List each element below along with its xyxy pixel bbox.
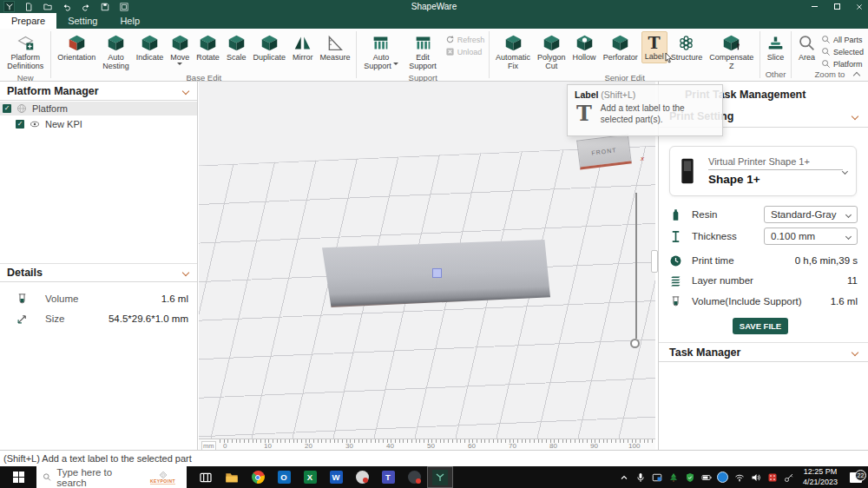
auto-nesting-button[interactable]: Auto Nesting — [99, 31, 133, 73]
polygon-cut-button[interactable]: Polygon Cut — [534, 31, 569, 73]
tray-expand-button[interactable] — [615, 472, 632, 483]
view-cube[interactable]: FRONT — [576, 134, 632, 169]
tab-setting[interactable]: Setting — [56, 13, 108, 29]
printer-card[interactable]: Virtual Printer Shape 1+ Shape 1+ — [669, 146, 857, 196]
word-button[interactable]: W — [323, 466, 349, 488]
scale-button[interactable]: Scale — [223, 31, 250, 64]
move-button[interactable]: Move — [167, 31, 193, 70]
maximize-button[interactable] — [832, 2, 842, 12]
viewport-3d[interactable]: FRONT x mm 0 10 20 30 40 50 60 70 80 90 … — [199, 82, 655, 450]
label-tooltip: Label (Shift+L) T Add a text label to th… — [567, 84, 723, 136]
label-button[interactable]: T Label — [641, 31, 667, 63]
tray-key-app-button[interactable] — [780, 472, 797, 483]
file-explorer-button[interactable] — [219, 466, 245, 488]
undo-icon[interactable] — [61, 1, 72, 12]
model-center-handle[interactable] — [432, 268, 442, 278]
tray-battery-button[interactable] — [698, 472, 714, 483]
tray-green-app-button[interactable] — [665, 472, 681, 483]
structure-button[interactable]: Structure — [667, 31, 707, 64]
tab-prepare[interactable]: Prepare — [0, 13, 56, 29]
axis-x-label: x — [641, 155, 644, 162]
chevron-down-icon[interactable] — [182, 88, 189, 95]
unload-button[interactable]: Unload — [445, 47, 485, 56]
file-explorer-icon — [225, 471, 239, 485]
measure-button[interactable]: Measure — [316, 31, 353, 64]
support-pin-base[interactable] — [630, 339, 640, 348]
edit-support-button[interactable]: Edit Support — [402, 31, 443, 73]
tray-volume-button[interactable] — [747, 472, 764, 483]
caret-down-icon — [845, 233, 852, 239]
platform-checkbox[interactable] — [3, 104, 11, 113]
details-volume-row: Volume 1.6 ml — [0, 290, 197, 307]
perforator-button[interactable]: Perforator — [600, 31, 641, 64]
platform-definitions-button[interactable]: Platform Definitions — [3, 31, 48, 73]
print-time-icon — [669, 254, 682, 267]
tray-network-button[interactable] — [731, 472, 747, 483]
zoom-area-button[interactable]: Area — [794, 31, 819, 64]
screen-recorder-button[interactable] — [401, 466, 427, 488]
save-as-icon[interactable] — [118, 1, 129, 12]
ribbon-collapse-button[interactable] — [852, 71, 861, 78]
tree-item-new-kpi[interactable]: New KPI — [0, 117, 197, 131]
printer-dropdown-caret-icon[interactable] — [842, 168, 848, 174]
notification-center-button[interactable]: 22 — [844, 472, 868, 483]
taskbar-clock[interactable]: 12:25 PM 4/21/2023 — [797, 467, 844, 487]
resin-select[interactable]: Standard-Gray — [764, 206, 858, 223]
chevron-down-icon[interactable] — [182, 269, 189, 276]
windows-taskbar: Type here to search KEYPOINT O X W T 12:… — [0, 466, 868, 488]
support-pin[interactable] — [635, 193, 637, 339]
rotate-button[interactable]: Rotate — [193, 31, 223, 64]
tree-item-platform[interactable]: Platform — [0, 102, 197, 115]
mirror-button[interactable]: Mirror — [289, 31, 317, 64]
platform-manager-title: Platform Manager — [7, 85, 99, 97]
key-icon — [784, 472, 794, 483]
slice-button[interactable]: Slice — [763, 31, 788, 64]
chevron-down-icon[interactable] — [852, 113, 858, 120]
print-time-value: 0 h,6 min,39 s — [795, 255, 858, 266]
minimize-button[interactable] — [809, 2, 819, 12]
hollow-button[interactable]: Hollow — [569, 31, 600, 64]
save-icon[interactable] — [99, 1, 110, 12]
orientation-button[interactable]: Orientation — [54, 31, 99, 64]
caret-down-icon — [845, 211, 852, 217]
task-view-button[interactable] — [193, 466, 219, 488]
redo-icon[interactable] — [80, 1, 91, 12]
platform-icon — [16, 103, 27, 114]
outlook-button[interactable]: O — [271, 466, 297, 488]
tray-snip-button[interactable] — [648, 472, 665, 483]
teams-button[interactable]: T — [375, 466, 401, 488]
tray-meet-now-button[interactable] — [714, 472, 731, 483]
paint3d-button[interactable] — [349, 466, 375, 488]
print-time-row: Print time 0 h,6 min,39 s — [669, 251, 858, 270]
tray-microphone-button[interactable] — [632, 472, 648, 483]
visibility-eye-icon[interactable] — [30, 119, 40, 129]
automatic-fix-button[interactable]: Automatic Fix — [492, 31, 534, 73]
tab-help[interactable]: Help — [108, 13, 151, 29]
zoom-all-parts-button[interactable]: All Parts — [821, 35, 864, 44]
save-file-button[interactable]: SAVE FILE — [733, 318, 788, 334]
chevron-up-icon — [853, 72, 860, 79]
duplicate-button[interactable]: Duplicate — [249, 31, 289, 64]
refresh-button[interactable]: Refresh — [445, 35, 485, 44]
excel-button[interactable]: X — [297, 466, 323, 488]
panel-splitter-grip[interactable] — [651, 250, 658, 273]
open-file-icon[interactable] — [42, 1, 53, 12]
new-kpi-checkbox[interactable] — [16, 120, 24, 129]
start-button[interactable] — [0, 466, 36, 488]
indicate-button[interactable]: Indicate — [133, 31, 168, 64]
tray-red-app-button[interactable] — [764, 472, 780, 483]
zoom-selected-button[interactable]: Selected — [821, 47, 864, 56]
close-button[interactable] — [854, 2, 865, 12]
outlook-icon: O — [278, 471, 291, 484]
zoom-platform-button[interactable]: Platform — [821, 59, 864, 69]
zoom-selected-icon — [821, 47, 831, 56]
chrome-button[interactable] — [245, 466, 271, 488]
taskbar-search[interactable]: Type here to search — [36, 466, 139, 488]
compensate-z-button[interactable]: Compensate Z — [706, 31, 757, 73]
new-file-icon[interactable] — [23, 1, 34, 12]
auto-support-button[interactable]: Auto Support — [359, 31, 402, 73]
shapeware-taskbar-button[interactable] — [427, 466, 453, 488]
tray-antivirus-button[interactable] — [681, 472, 698, 483]
thickness-select[interactable]: 0.100 mm — [764, 228, 858, 245]
chevron-down-icon[interactable] — [852, 349, 858, 356]
